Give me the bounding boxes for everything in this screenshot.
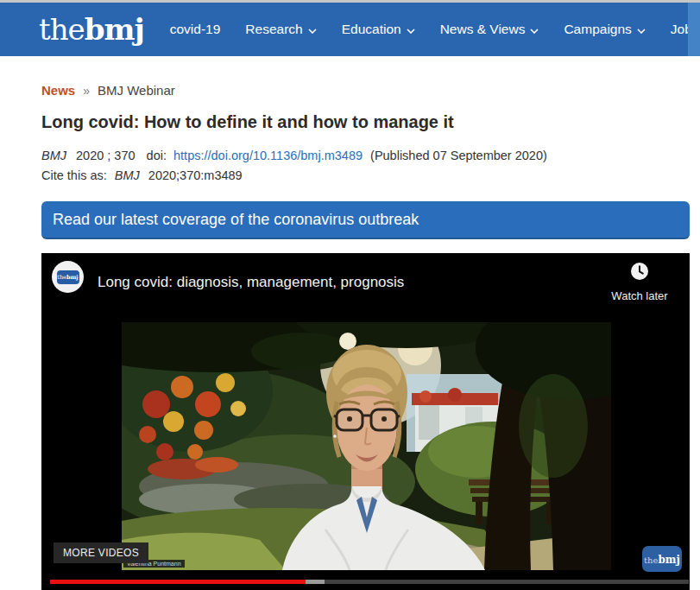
- coronavirus-coverage-banner[interactable]: Read our latest coverage of the coronavi…: [41, 201, 690, 239]
- nav-research[interactable]: Research: [245, 22, 316, 37]
- watch-later-button[interactable]: Watch later: [609, 262, 670, 302]
- breadcrumb: News » BMJ Webinar: [41, 83, 175, 98]
- main-nav: covid-19 Research Education News & Views…: [170, 22, 700, 37]
- cite-as-journal: BMJ: [115, 168, 140, 182]
- nav-education-label: Education: [342, 22, 401, 37]
- breadcrumb-current: BMJ Webinar: [98, 83, 175, 98]
- breadcrumb-separator: »: [83, 84, 90, 98]
- page-title: Long covid: How to define it and how to …: [41, 112, 454, 132]
- youtube-player: thebmj Long covid: diagnosis, management…: [41, 253, 690, 590]
- cite-as-line: Cite this as: BMJ 2020;370:m3489: [41, 168, 243, 182]
- citation-year-volume: 2020 ; 370: [76, 149, 136, 162]
- video-title-link[interactable]: Long covid: diagnosis, management, progn…: [98, 272, 404, 293]
- channel-avatar[interactable]: thebmj: [52, 261, 84, 293]
- avatar-logo-bold: bmj: [66, 274, 79, 281]
- nav-news-views[interactable]: News & Views: [440, 22, 539, 37]
- webcam-video-frame[interactable]: Valentina Puntmann: [122, 322, 611, 570]
- chevron-down-icon: [530, 22, 539, 37]
- watermark-prefix: the: [644, 555, 658, 565]
- more-videos-button[interactable]: MORE VIDEOS: [54, 542, 148, 563]
- nav-campaigns-label: Campaigns: [564, 22, 631, 37]
- nav-news-views-label: News & Views: [440, 22, 526, 37]
- doi-link[interactable]: https://doi.org/10.1136/bmj.m3489: [173, 149, 363, 162]
- avatar-logo-prefix: the: [57, 274, 66, 281]
- video-progress-bar[interactable]: [50, 580, 689, 584]
- watch-later-label: Watch later: [609, 289, 670, 302]
- clock-icon: [630, 269, 649, 283]
- cite-as-label: Cite this as:: [41, 168, 107, 182]
- citation-doi-label: doi:: [147, 149, 167, 162]
- channel-avatar-logo: thebmj: [57, 270, 79, 284]
- bmj-logo[interactable]: thebmj: [39, 15, 144, 44]
- bmj-logo-prefix: the: [39, 12, 85, 47]
- citation-journal: BMJ: [41, 149, 66, 162]
- nav-covid-19-label: covid-19: [170, 22, 221, 37]
- nav-research-label: Research: [245, 22, 302, 37]
- citation-published: (Published 07 September 2020): [370, 149, 547, 162]
- nav-campaigns[interactable]: Campaigns: [564, 22, 645, 37]
- site-header: thebmj covid-19 Research Education News …: [0, 3, 688, 56]
- bmj-watermark: thebmj: [642, 546, 682, 572]
- chevron-down-icon: [637, 22, 646, 37]
- chevron-down-icon: [308, 22, 317, 37]
- cite-as-reference: 2020;370:m3489: [148, 168, 243, 182]
- breadcrumb-news-link[interactable]: News: [41, 83, 75, 98]
- nav-covid-19[interactable]: covid-19: [170, 22, 221, 37]
- bmj-logo-bold: bmj: [85, 12, 144, 47]
- progress-played: [50, 580, 306, 584]
- header-side-panel: [688, 3, 700, 56]
- garden-scene-illustration: [122, 322, 611, 570]
- page: thebmj covid-19 Research Education News …: [0, 0, 700, 590]
- nav-education[interactable]: Education: [342, 22, 415, 37]
- watermark-bold: bmj: [658, 554, 679, 566]
- chevron-down-icon: [407, 22, 415, 37]
- citation-line: BMJ 2020 ; 370 doi: https://doi.org/10.1…: [41, 149, 547, 162]
